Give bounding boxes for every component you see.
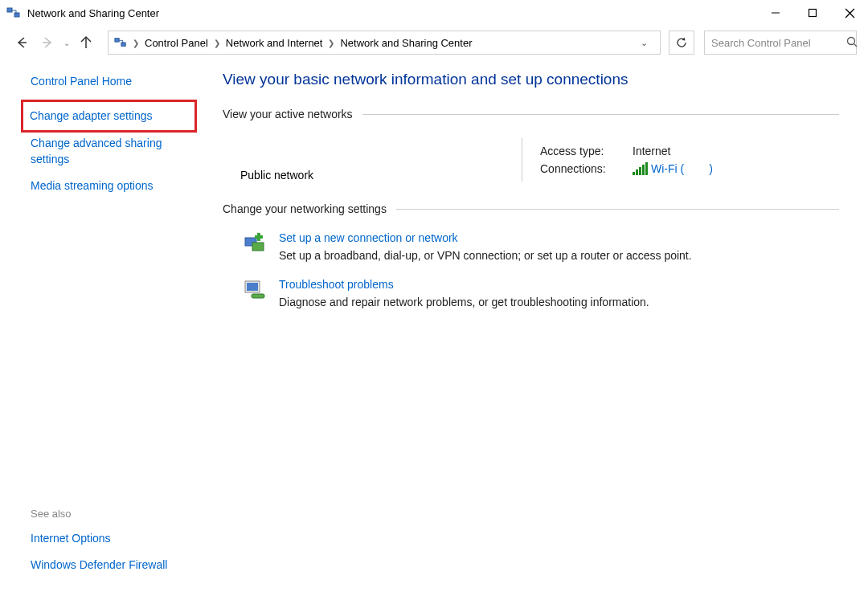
svg-rect-0	[7, 8, 12, 12]
back-button[interactable]	[11, 32, 32, 53]
setup-connection-icon	[244, 231, 268, 255]
svg-rect-19	[252, 294, 264, 298]
forward-button[interactable]	[37, 32, 58, 53]
svg-rect-9	[115, 39, 119, 42]
divider	[396, 209, 839, 210]
nav-bar: ⌄ ❯ Control Panel ❯ Network and Internet…	[0, 26, 868, 59]
app-icon	[6, 6, 21, 20]
recent-dropdown[interactable]: ⌄	[63, 39, 71, 47]
svg-rect-10	[121, 43, 125, 46]
maximize-button[interactable]	[794, 0, 831, 26]
network-block: Public network Access type: Internet Con…	[223, 132, 839, 202]
divider	[362, 114, 839, 115]
window-controls	[757, 0, 868, 26]
address-icon	[113, 35, 128, 50]
access-type-value: Internet	[633, 145, 670, 157]
troubleshoot-item: Troubleshoot problems Diagnose and repai…	[223, 273, 839, 320]
sidebar-home-link[interactable]: Control Panel Home	[31, 74, 189, 90]
setup-connection-item: Set up a new connection or network Set u…	[223, 227, 839, 273]
search-input[interactable]	[711, 37, 846, 49]
breadcrumb-item[interactable]: Control Panel	[145, 37, 208, 49]
chevron-right-icon: ❯	[214, 39, 220, 47]
sidebar-firewall-link[interactable]: Windows Defender Firewall	[31, 557, 189, 574]
svg-rect-1	[14, 13, 19, 17]
address-bar[interactable]: ❯ Control Panel ❯ Network and Internet ❯…	[108, 31, 661, 55]
troubleshoot-icon	[244, 278, 268, 302]
svg-rect-18	[247, 283, 258, 291]
breadcrumb-item[interactable]: Network and Sharing Center	[340, 37, 472, 49]
svg-point-11	[848, 37, 855, 44]
troubleshoot-desc: Diagnose and repair network problems, or…	[279, 296, 649, 308]
refresh-button[interactable]	[669, 31, 694, 55]
change-settings-label: Change your networking settings	[223, 202, 387, 215]
content-area: Control Panel Home Change adapter settin…	[0, 59, 868, 596]
chevron-right-icon: ❯	[133, 39, 139, 47]
sidebar-media-link[interactable]: Media streaming options	[31, 178, 189, 194]
setup-connection-desc: Set up a broadband, dial-up, or VPN conn…	[279, 249, 692, 262]
address-dropdown[interactable]: ⌄	[633, 38, 655, 48]
troubleshoot-link[interactable]: Troubleshoot problems	[279, 278, 649, 291]
setup-connection-link[interactable]: Set up a new connection or network	[279, 231, 692, 244]
sidebar: Control Panel Home Change adapter settin…	[0, 59, 205, 596]
active-networks-section: View your active networks	[223, 108, 839, 120]
connection-link[interactable]: Wi-Fi ( )	[651, 162, 713, 175]
see-also-label: See also	[31, 508, 189, 520]
access-type-label: Access type:	[540, 145, 633, 157]
wifi-signal-icon	[633, 162, 648, 175]
connections-label: Connections:	[540, 162, 633, 175]
title-bar: Network and Sharing Center	[0, 0, 868, 26]
up-button[interactable]	[76, 32, 96, 53]
search-icon	[846, 36, 858, 50]
svg-line-12	[854, 43, 858, 47]
svg-rect-3	[809, 10, 817, 17]
sidebar-advanced-link[interactable]: Change advanced sharing settings	[31, 136, 189, 167]
window-title: Network and Sharing Center	[27, 7, 159, 19]
breadcrumb: ❯ Control Panel ❯ Network and Internet ❯…	[133, 37, 633, 49]
main-panel: View your basic network information and …	[205, 59, 868, 596]
change-settings-section: Change your networking settings	[223, 202, 839, 215]
close-button[interactable]	[831, 0, 868, 26]
vertical-divider	[522, 138, 522, 182]
minimize-button[interactable]	[757, 0, 794, 26]
active-networks-label: View your active networks	[223, 108, 353, 120]
svg-rect-16	[255, 235, 263, 239]
sidebar-adapter-link[interactable]: Change adapter settings	[21, 100, 197, 133]
chevron-right-icon: ❯	[328, 39, 334, 47]
page-heading: View your basic network information and …	[223, 71, 839, 88]
network-type: Public network	[240, 138, 522, 182]
svg-rect-14	[252, 243, 264, 251]
sidebar-internet-options-link[interactable]: Internet Options	[31, 531, 189, 547]
search-box[interactable]	[704, 31, 857, 55]
breadcrumb-item[interactable]: Network and Internet	[226, 37, 323, 49]
